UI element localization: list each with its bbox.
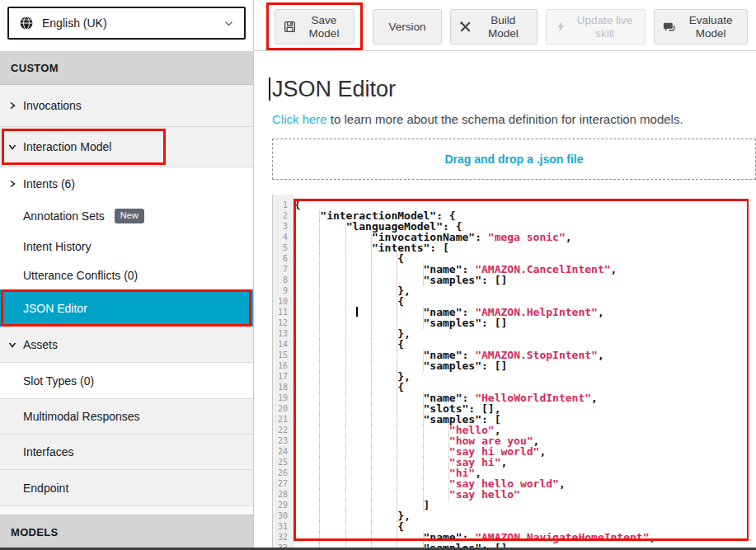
- gutter-cell[interactable]: 22: [273, 425, 294, 435]
- subtitle-rest: to learn more about the schema definitio…: [327, 112, 683, 126]
- gutter-cell[interactable]: 12: [273, 317, 294, 328]
- gutter-cell[interactable]: 14▾: [273, 339, 294, 350]
- gutter-cell[interactable]: 19: [273, 393, 294, 403]
- sidebar-item-label: Utterance Conflicts (0): [23, 269, 138, 282]
- chevron-down-icon: [223, 18, 234, 29]
- gutter-cell[interactable]: 25: [273, 457, 294, 468]
- gutter-cell[interactable]: 20: [273, 403, 294, 414]
- gutter-cell[interactable]: 32: [273, 532, 294, 543]
- update-live-skill-label: Update live skill: [573, 14, 636, 39]
- gutter-cell[interactable]: 29: [273, 500, 294, 510]
- sidebar-item-endpoint[interactable]: Endpoint: [0, 470, 253, 506]
- gutter-cell[interactable]: 4: [273, 232, 294, 242]
- sidebar-item-assets[interactable]: Assets: [0, 327, 253, 363]
- globe-icon: [19, 16, 34, 31]
- sidebar-item-label: Annotation Sets: [23, 209, 105, 223]
- chevron-right-icon: [8, 101, 16, 110]
- dropzone-label: Drag and drop a .json file: [444, 153, 583, 166]
- save-model-label: Save Model: [303, 14, 345, 39]
- build-model-button[interactable]: Build Model: [450, 9, 538, 45]
- version-button[interactable]: Version: [373, 9, 442, 45]
- gutter-cell[interactable]: 17: [273, 371, 294, 382]
- new-badge: New: [115, 209, 144, 223]
- sidebar-section-models: MODELS: [0, 515, 253, 549]
- sidebar-item-label: Assets: [23, 338, 58, 351]
- gutter-cell[interactable]: 21▾: [273, 414, 294, 425]
- main-content: JSON Editor Click here to learn more abo…: [254, 51, 756, 550]
- sidebar-item-label: Interfaces: [23, 445, 73, 458]
- sidebar-item-intents[interactable]: Intents (6): [0, 167, 253, 200]
- version-label: Version: [388, 21, 425, 33]
- gutter-cell[interactable]: 3▾: [273, 221, 294, 232]
- language-selector-label: English (UK): [42, 16, 215, 30]
- gutter-cell[interactable]: 24: [273, 446, 294, 457]
- chevron-right-icon: [8, 180, 16, 188]
- evaluate-model-label: Evaluate Model: [683, 14, 739, 39]
- gutter-cell[interactable]: 28: [273, 489, 294, 500]
- update-live-skill-button[interactable]: Update live skill: [546, 9, 646, 45]
- sidebar-item-utterance-conflicts[interactable]: Utterance Conflicts (0): [0, 261, 253, 289]
- sidebar-gap: [0, 506, 253, 515]
- gutter-cell[interactable]: 30: [273, 510, 294, 521]
- lightning-icon: [555, 21, 566, 33]
- sidebar-item-label: Intents (6): [23, 177, 75, 190]
- sidebar-item-slot-types[interactable]: Slot Types (0): [0, 363, 253, 399]
- sidebar-item-multimodal-responses[interactable]: Multimodal Responses: [0, 399, 253, 435]
- build-icon: [459, 21, 472, 33]
- gutter-cell[interactable]: 9: [273, 285, 294, 296]
- sidebar-item-label: Multimodal Responses: [23, 410, 140, 423]
- sidebar-item-label: JSON Editor: [23, 302, 87, 315]
- save-icon: [284, 21, 296, 33]
- sidebar-item-interfaces[interactable]: Interfaces: [0, 435, 253, 470]
- chevron-down-icon: [8, 341, 16, 349]
- schema-help-text: Click here to learn more about the schem…: [272, 112, 756, 126]
- gutter-cell[interactable]: 18▾: [273, 382, 294, 393]
- sidebar-item-label: Invocations: [23, 99, 82, 112]
- gutter-cell[interactable]: 7: [273, 264, 294, 275]
- code-editor[interactable]: 1▾{2▾ "interactionModel": {3▾ "languageM…: [272, 195, 749, 548]
- sidebar-item-invocations[interactable]: Invocations: [0, 85, 253, 127]
- annotation-box-save-model: Save Model: [266, 2, 363, 50]
- text-cursor: [269, 78, 270, 101]
- sidebar-item-json-editor[interactable]: JSON Editor: [0, 289, 253, 327]
- gutter-cell[interactable]: 1▾: [273, 200, 294, 210]
- sidebar-item-label: Interaction Model: [23, 140, 111, 153]
- gutter-cell[interactable]: 23: [273, 435, 294, 446]
- sidebar-item-interaction-model[interactable]: Interaction Model: [0, 127, 253, 167]
- language-selector[interactable]: English (UK): [7, 7, 246, 40]
- gutter-cell[interactable]: 26: [273, 468, 294, 478]
- gutter-cell[interactable]: 5▾: [273, 242, 294, 253]
- gutter-cell[interactable]: 8: [273, 275, 294, 285]
- sidebar-item-label: Endpoint: [23, 482, 68, 495]
- sidebar-section-custom: CUSTOM: [0, 51, 253, 85]
- sidebar: English (UK) CUSTOM Invocations Interact…: [0, 0, 254, 550]
- json-dropzone[interactable]: Drag and drop a .json file: [272, 139, 756, 180]
- toolbar: Save Model Version Build Model Update li…: [254, 0, 756, 51]
- gutter-cell[interactable]: 2▾: [273, 210, 294, 221]
- gutter-cell[interactable]: 15: [273, 350, 294, 360]
- build-model-label: Build Model: [478, 14, 528, 39]
- sidebar-item-label: Slot Types (0): [23, 374, 94, 388]
- sidebar-item-annotation-sets[interactable]: Annotation Sets New: [0, 200, 253, 232]
- gutter-cell[interactable]: 27: [273, 478, 294, 489]
- gutter-cell[interactable]: 6▾: [273, 253, 294, 264]
- editor-caret: [356, 307, 358, 317]
- page-title: JSON Editor: [272, 76, 396, 102]
- gutter-cell[interactable]: 11: [273, 307, 294, 317]
- gutter-cell[interactable]: 13: [273, 328, 294, 339]
- save-model-button[interactable]: Save Model: [275, 9, 355, 45]
- sidebar-item-label: Intent History: [23, 240, 91, 253]
- gutter-cell[interactable]: 10▾: [273, 296, 294, 307]
- chat-icon: [663, 21, 676, 33]
- gutter-cell[interactable]: 16: [273, 360, 294, 371]
- gutter-cell[interactable]: 31▾: [273, 521, 294, 532]
- sidebar-item-intent-history[interactable]: Intent History: [0, 232, 253, 261]
- click-here-link[interactable]: Click here: [272, 112, 327, 126]
- evaluate-model-button[interactable]: Evaluate Model: [654, 9, 748, 45]
- chevron-down-icon: [8, 143, 16, 151]
- language-selector-area: English (UK): [0, 0, 253, 51]
